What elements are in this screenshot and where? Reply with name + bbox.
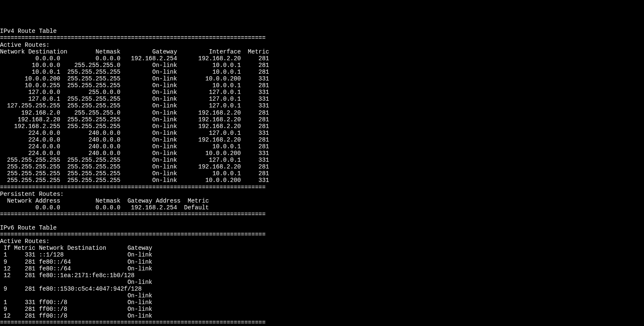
separator: ========================================… [0, 319, 266, 326]
separator: ========================================… [0, 35, 266, 41]
separator: ========================================… [0, 211, 266, 218]
ipv6-title: IPv6 Route Table [0, 224, 56, 231]
ipv4-columns-header: Network Destination Netmask Gateway Inte… [0, 48, 269, 55]
ipv4-persistent-header: Persistent Routes: [0, 191, 64, 198]
ipv6-columns-header: If Metric Network Destination Gateway [0, 245, 152, 251]
ipv6-route-list: 1 331 ::1/128 On-link 9 281 fe80::/64 On… [0, 251, 152, 319]
ipv4-title: IPv4 Route Table [0, 28, 56, 35]
terminal-output[interactable]: IPv4 Route Table =======================… [0, 27, 644, 326]
ipv4-active-header: Active Routes: [0, 42, 50, 48]
ipv4-route-list: 0.0.0.0 0.0.0.0 192.168.2.254 192.168.2.… [0, 55, 269, 184]
ipv4-persistent-columns-header: Network Address Netmask Gateway Address … [0, 198, 209, 204]
ipv4-persistent-route-list: 0.0.0.0 0.0.0.0 192.168.2.254 Default [0, 204, 209, 211]
separator: ========================================… [0, 184, 266, 191]
ipv6-active-header: Active Routes: [0, 238, 50, 245]
separator: ========================================… [0, 231, 266, 238]
